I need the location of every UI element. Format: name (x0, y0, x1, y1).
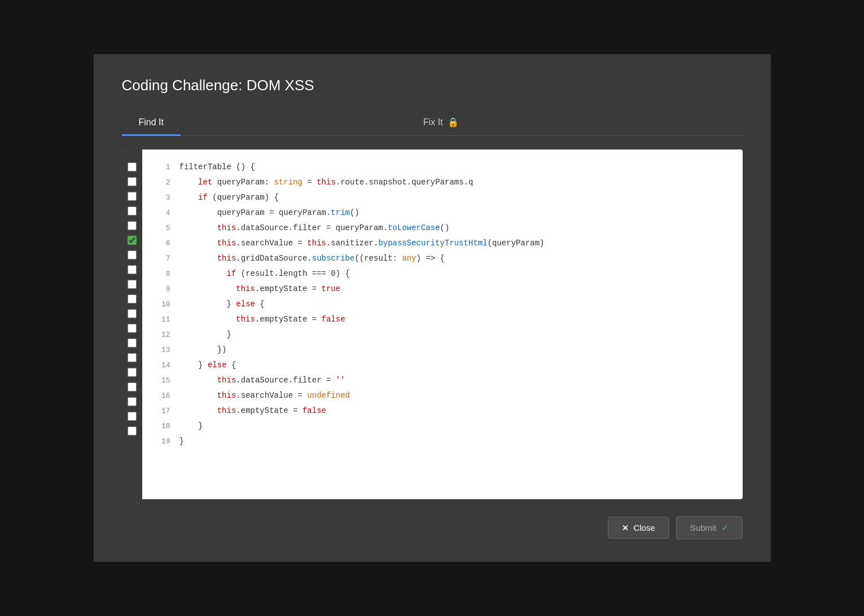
checkbox-line-14[interactable] (128, 353, 137, 362)
modal-title: Coding Challenge: DOM XSS (122, 77, 743, 94)
checkboxes-column (122, 149, 142, 499)
checkbox-line-10[interactable] (128, 294, 137, 303)
checkbox-row-18[interactable] (128, 409, 137, 424)
code-line-5: 5 this.dataSource.filter = queryParam.to… (153, 221, 731, 236)
code-line-14: 14 } else { (153, 358, 731, 373)
check-icon: ✓ (721, 522, 729, 533)
checkbox-line-5[interactable] (128, 221, 137, 230)
checkbox-row-19[interactable] (128, 424, 137, 438)
checkbox-line-12[interactable] (128, 324, 137, 333)
checkbox-line-17[interactable] (128, 397, 137, 406)
code-line-6: 6 this.searchValue = this.sanitizer.bypa… (153, 236, 731, 251)
checkbox-row-17[interactable] (128, 394, 137, 409)
code-line-7: 7 this.gridDataSource.subscribe((result:… (153, 251, 731, 266)
checkbox-row-6[interactable] (128, 233, 137, 248)
code-line-9: 9 this.emptyState = true (153, 281, 731, 297)
code-line-19: 19 } (153, 434, 731, 449)
code-line-16: 16 this.searchValue = undefined (153, 388, 731, 403)
close-button-label: Close (633, 523, 655, 533)
checkbox-line-18[interactable] (128, 412, 137, 421)
code-line-11: 11 this.emptyState = false (153, 312, 731, 327)
checkbox-line-1[interactable] (128, 162, 137, 171)
tabs-container: Find It Fix It 🔒 (122, 111, 743, 136)
checkbox-line-7[interactable] (128, 250, 137, 259)
submit-button-label: Submit (690, 523, 717, 533)
checkbox-row-13[interactable] (128, 336, 137, 350)
lock-icon: 🔒 (448, 117, 459, 127)
code-line-1: 1 filterTable () { (153, 160, 731, 175)
tab-fix-it-label: Fix It (423, 117, 443, 127)
checkbox-row-10[interactable] (128, 292, 137, 306)
checkbox-line-16[interactable] (128, 382, 137, 391)
close-button[interactable]: ✕ Close (608, 517, 669, 539)
checkbox-row-8[interactable] (128, 262, 137, 277)
code-line-12: 12 } (153, 327, 731, 342)
code-display: 1 filterTable () { 2 let queryParam: str… (142, 149, 743, 499)
checkbox-row-12[interactable] (128, 321, 137, 336)
checkbox-line-11[interactable] (128, 309, 137, 318)
close-x-icon: ✕ (622, 523, 629, 533)
modal-footer: ✕ Close Submit ✓ (122, 516, 743, 539)
code-line-18: 18 } (153, 419, 731, 434)
checkbox-line-8[interactable] (128, 265, 137, 274)
checkbox-row-9[interactable] (128, 277, 137, 292)
checkbox-line-13[interactable] (128, 338, 137, 347)
code-line-2: 2 let queryParam: string = this.route.sn… (153, 175, 731, 190)
coding-challenge-modal: Coding Challenge: DOM XSS Find It Fix It… (94, 54, 771, 562)
checkbox-row-11[interactable] (128, 306, 137, 321)
checkbox-row-16[interactable] (128, 380, 137, 394)
submit-button[interactable]: Submit ✓ (676, 516, 743, 539)
code-line-15: 15 this.dataSource.filter = '' (153, 373, 731, 388)
code-line-10: 10 } else { (153, 297, 731, 312)
code-line-4: 4 queryParam = queryParam.trim() (153, 205, 731, 221)
checkbox-line-15[interactable] (128, 368, 137, 377)
checkbox-line-2[interactable] (128, 177, 137, 186)
checkbox-row-3[interactable] (128, 189, 137, 204)
checkbox-line-4[interactable] (128, 206, 137, 215)
modal-overlay: Coding Challenge: DOM XSS Find It Fix It… (0, 0, 864, 616)
code-line-3: 3 if (queryParam) { (153, 190, 731, 205)
code-line-17: 17 this.emptyState = false (153, 403, 731, 419)
checkbox-line-6[interactable] (128, 236, 137, 245)
checkbox-row-7[interactable] (128, 248, 137, 262)
checkbox-line-19[interactable] (128, 426, 137, 435)
code-line-13: 13 }) (153, 342, 731, 358)
checkbox-line-9[interactable] (128, 280, 137, 289)
checkbox-row-4[interactable] (128, 204, 137, 218)
checkbox-row-2[interactable] (128, 174, 137, 189)
code-panel: 1 filterTable () { 2 let queryParam: str… (122, 149, 743, 499)
checkbox-row-1[interactable] (128, 160, 137, 174)
tab-find-it-label: Find It (139, 117, 164, 127)
tab-find-it[interactable]: Find It (122, 111, 181, 135)
checkbox-row-15[interactable] (128, 365, 137, 380)
checkbox-line-3[interactable] (128, 192, 137, 201)
checkbox-row-14[interactable] (128, 350, 137, 365)
code-line-8: 8 if (result.length === 0) { (153, 266, 731, 281)
tab-fix-it[interactable]: Fix It 🔒 (406, 111, 476, 135)
checkbox-row-5[interactable] (128, 218, 137, 233)
